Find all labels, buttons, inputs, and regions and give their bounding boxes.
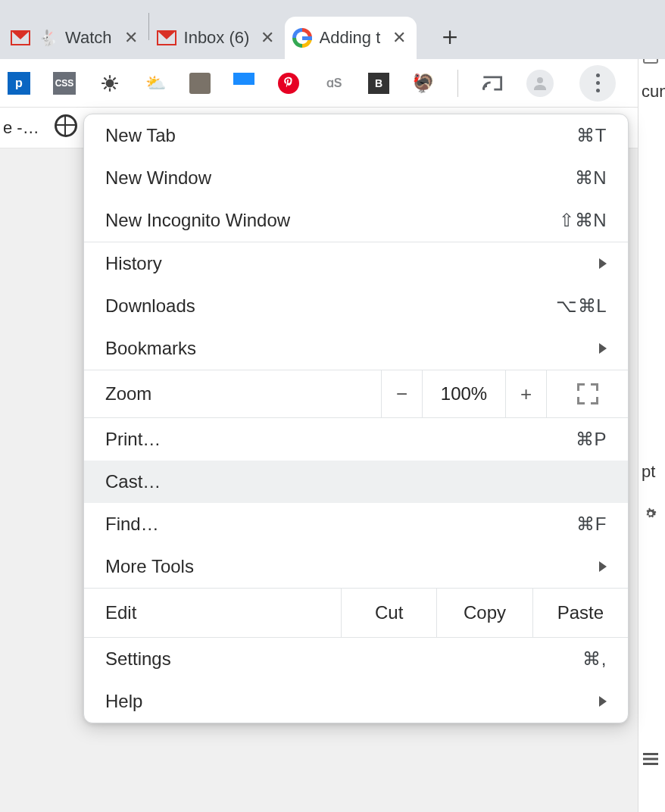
google-icon [292, 28, 312, 48]
page-favicon: 🐇 [38, 28, 58, 48]
tab-title: Inbox (6) [184, 28, 248, 48]
tab-title: Watch [65, 28, 112, 48]
svg-point-7 [106, 79, 114, 87]
menu-settings[interactable]: Settings ⌘, [84, 638, 628, 680]
gmail-icon [157, 28, 176, 48]
menu-label: More Tools [105, 556, 194, 577]
menu-label: History [105, 253, 162, 274]
edit-copy-button[interactable]: Copy [437, 589, 532, 637]
chevron-right-icon [599, 561, 607, 572]
extension-turkey-icon[interactable]: 🦃 [412, 72, 435, 95]
menu-new-window[interactable]: New Window ⌘N [84, 157, 628, 199]
edit-paste-button[interactable]: Paste [533, 589, 628, 637]
menu-label: New Window [105, 167, 211, 189]
new-tab-button[interactable]: ＋ [432, 18, 468, 55]
menu-label: New Incognito Window [105, 210, 290, 231]
tab-inbox[interactable]: Inbox (6) ✕ [149, 17, 285, 59]
extension-weather-icon[interactable]: ⛅ [144, 72, 167, 95]
menu-downloads[interactable]: Downloads ⌥⌘L [84, 285, 628, 327]
tab-adding-active[interactable]: Adding t ✕ [285, 17, 417, 59]
menu-new-incognito[interactable]: New Incognito Window ⇧⌘N [84, 199, 628, 242]
menu-help[interactable]: Help [84, 680, 628, 723]
close-icon[interactable]: ✕ [261, 28, 274, 48]
edit-label: Edit [84, 589, 342, 637]
menu-label: Help [105, 691, 142, 712]
extension-css-icon[interactable]: CSS [53, 72, 76, 95]
zoom-value: 100% [422, 370, 505, 417]
menu-cast[interactable]: Cast… [84, 461, 628, 503]
toolbar-divider [457, 70, 458, 97]
bookmark-fragment[interactable]: e -… [3, 118, 39, 138]
menu-more-tools[interactable]: More Tools [84, 545, 628, 588]
gear-icon [643, 506, 658, 526]
chevron-right-icon [599, 258, 607, 269]
chevron-right-icon [599, 696, 607, 707]
menu-shortcut: ⌘F [576, 514, 607, 535]
menu-label: Find… [105, 514, 159, 535]
globe-icon[interactable] [55, 114, 77, 142]
chevron-right-icon [599, 343, 607, 354]
menu-shortcut: ⌘P [576, 429, 607, 450]
edit-cut-button[interactable]: Cut [342, 589, 437, 637]
tab-watch[interactable]: 🐇 Watch ✕ [3, 17, 148, 59]
extension-window-icon[interactable] [233, 73, 254, 94]
pinterest-icon[interactable] [277, 72, 300, 95]
menu-zoom-row: Zoom − 100% + [84, 370, 628, 418]
tab-title: Adding t [320, 28, 381, 48]
bg-text: pt [642, 462, 655, 482]
kebab-menu-button[interactable] [579, 65, 616, 102]
menu-edit-row: Edit Cut Copy Paste [84, 588, 628, 638]
chrome-main-menu: New Tab ⌘T New Window ⌘N New Incognito W… [83, 114, 629, 723]
extension-bug-icon[interactable] [98, 72, 121, 95]
menu-shortcut: ⌘, [582, 648, 607, 670]
extensions-toolbar: p CSS ⛅ ɑS B 🦃 [0, 59, 665, 108]
menu-label: Cast… [105, 471, 161, 492]
close-icon[interactable]: ✕ [392, 28, 406, 48]
menu-shortcut: ⌘T [576, 125, 607, 146]
cast-icon[interactable] [481, 72, 504, 95]
zoom-in-button[interactable]: + [505, 370, 546, 417]
menu-new-tab[interactable]: New Tab ⌘T [84, 114, 628, 157]
tab-strip: 🐇 Watch ✕ Inbox (6) ✕ Adding t ✕ ＋ [0, 0, 665, 59]
svg-rect-0 [643, 753, 658, 755]
menu-label: Print… [105, 429, 161, 450]
menu-history[interactable]: History [84, 242, 628, 285]
menu-label: New Tab [105, 125, 176, 146]
fullscreen-icon [577, 383, 598, 404]
menu-print[interactable]: Print… ⌘P [84, 418, 628, 461]
menu-label: Settings [105, 648, 171, 670]
lastfm-icon[interactable]: ɑS [323, 72, 345, 95]
background-right-strip: cun pt [638, 0, 665, 812]
gmail-icon [11, 28, 30, 48]
svg-rect-1 [643, 758, 658, 760]
bg-text: cun [642, 82, 665, 102]
menu-label: Bookmarks [105, 338, 196, 359]
menu-label: Downloads [105, 295, 195, 317]
vertical-dots-icon [596, 73, 600, 92]
extension-bb-icon[interactable]: B [368, 73, 389, 94]
menu-bookmarks[interactable]: Bookmarks [84, 327, 628, 370]
fullscreen-button[interactable] [546, 370, 628, 417]
extension-notes-icon[interactable] [189, 73, 211, 94]
extension-p-icon[interactable]: p [8, 72, 30, 95]
menu-shortcut: ⇧⌘N [559, 210, 607, 231]
svg-point-9 [483, 88, 485, 90]
zoom-label: Zoom [84, 383, 381, 404]
zoom-out-button[interactable]: − [381, 370, 422, 417]
menu-shortcut: ⌘N [575, 167, 607, 189]
close-icon[interactable]: ✕ [124, 28, 138, 48]
profile-avatar[interactable] [526, 70, 554, 97]
svg-rect-2 [643, 763, 658, 765]
hamburger-icon [643, 750, 658, 770]
svg-point-10 [537, 77, 543, 83]
menu-find[interactable]: Find… ⌘F [84, 503, 628, 545]
menu-shortcut: ⌥⌘L [556, 295, 607, 317]
